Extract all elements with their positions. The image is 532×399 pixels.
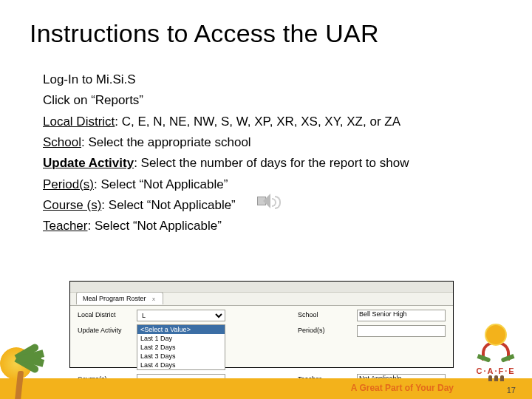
bullet-periods: Period(s): Select “Not Applicable”: [43, 175, 486, 194]
label: Teacher: [43, 219, 87, 233]
slide-title: Instructions to Access the UAR: [30, 19, 379, 48]
label: School: [43, 135, 81, 149]
report-tab[interactable]: Meal Program Roster x: [76, 292, 163, 304]
tagline: A Great Part of Your Day: [351, 383, 454, 393]
bullet-update-activity: Update Activity: Select the number of da…: [43, 154, 486, 173]
label: Local District: [43, 115, 115, 129]
bullet-school: School: Select the appropriate school: [43, 133, 486, 152]
text: : Select “Not Applicable”: [87, 219, 221, 233]
cafe-logo: C·A·F·E: [470, 325, 522, 377]
text: : Select “Not Applicable”: [101, 198, 235, 212]
label: Course (s): [43, 198, 101, 212]
bullet-teacher: Teacher: Select “Not Applicable”: [43, 216, 486, 236]
list-item[interactable]: <Select a Value>: [137, 325, 225, 334]
periods-select[interactable]: [357, 325, 446, 337]
bullet-login: Log-In to Mi.Si.S: [43, 70, 486, 89]
school-select[interactable]: Bell Senior High: [357, 310, 446, 321]
text: : C, E, N, NE, NW, S, W, XP, XR, XS, XY,…: [115, 115, 400, 129]
page-number: 17: [507, 386, 516, 395]
list-item[interactable]: Last 4 Days: [137, 361, 225, 369]
bullet-reports: Click on “Reports”: [43, 91, 486, 110]
label: Period(s): [43, 177, 94, 191]
update-activity-listbox[interactable]: <Select a Value> Last 1 Day Last 2 Days …: [137, 324, 225, 370]
label-periods: Period(s): [298, 325, 351, 334]
label-school: School: [298, 310, 351, 318]
slide: Instructions to Access the UAR Log-In to…: [0, 0, 532, 399]
tab-label: Meal Program Roster: [83, 295, 146, 302]
list-item[interactable]: Last 1 Day: [137, 334, 225, 343]
list-item[interactable]: Last 3 Days: [137, 352, 225, 361]
bullet-local-district: Local District: C, E, N, NE, NW, S, W, X…: [43, 112, 486, 132]
label-local-district: Local District: [78, 310, 131, 318]
palm-tree-icon: [0, 337, 58, 399]
close-icon[interactable]: x: [152, 296, 155, 302]
app-screenshot: Meal Program Roster x Local District L S…: [69, 281, 454, 368]
speaker-icon[interactable]: [257, 194, 282, 213]
local-district-select[interactable]: L: [137, 310, 225, 321]
logo-text: C·A·F·E: [470, 366, 522, 375]
label: Update Activity: [43, 156, 134, 170]
text: : Select the appropriate school: [81, 135, 251, 149]
list-item[interactable]: Last 2 Days: [137, 343, 225, 352]
text: : Select the number of days for the repo…: [134, 156, 409, 170]
label-update-activity: Update Activity: [78, 325, 131, 334]
text: : Select “Not Applicable”: [94, 177, 228, 191]
